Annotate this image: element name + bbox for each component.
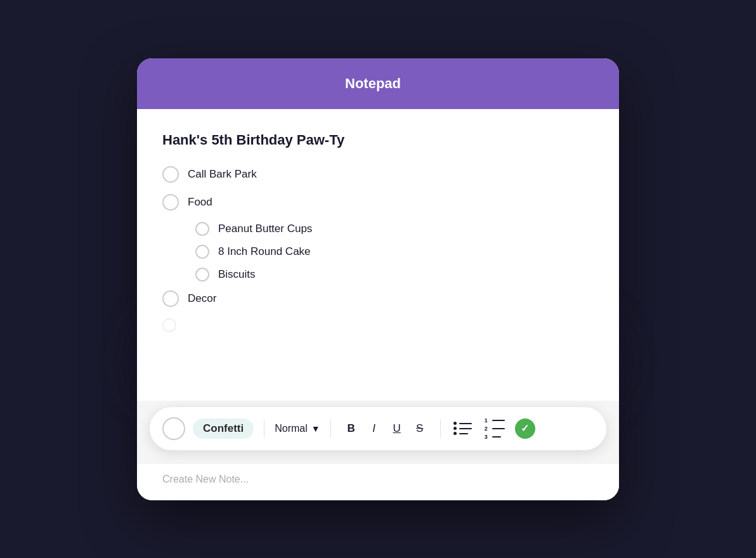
note-content: Hank's 5th Birthday Paw-Ty Call Bark Par… <box>137 109 619 401</box>
new-note-input[interactable]: Create New Note... <box>162 474 594 485</box>
current-item-text[interactable]: Confetti <box>193 418 254 439</box>
checkbox-food[interactable] <box>162 194 179 211</box>
num-label: 2 <box>485 425 490 432</box>
list-item: Decor <box>162 290 594 307</box>
app-title: Notepad <box>152 75 594 92</box>
bullet-dot <box>453 427 457 430</box>
item-label: Food <box>188 196 212 209</box>
toolbar-divider-3 <box>440 420 441 438</box>
list-line <box>492 436 501 438</box>
confirm-button[interactable]: ✓ <box>515 418 535 439</box>
checkbox-round-cake[interactable] <box>195 245 209 259</box>
list-line <box>459 433 468 434</box>
ordered-list-button[interactable]: 1 2 3 <box>482 415 507 443</box>
note-title: Hank's 5th Birthday Paw-Ty <box>162 132 594 148</box>
bullet-list-button[interactable] <box>451 419 474 438</box>
chevron-down-icon: ▼ <box>311 424 320 434</box>
style-dropdown[interactable]: Normal ▼ <box>275 423 320 434</box>
toolbar-wrapper: Confetti Normal ▼ B I U S <box>137 401 619 463</box>
checkbox-decor[interactable] <box>162 290 179 307</box>
item-label: Decor <box>188 292 216 305</box>
formatting-toolbar: Confetti Normal ▼ B I U S <box>150 407 606 450</box>
item-label: 8 Inch Round Cake <box>218 245 311 258</box>
list-line <box>492 428 505 429</box>
toolbar-divider-1 <box>264 420 264 438</box>
checkbox-call-bark-park[interactable] <box>162 166 179 183</box>
item-label: Biscuits <box>218 268 256 281</box>
text-format-group: B I U S <box>341 418 430 439</box>
list-item: Biscuits <box>195 268 594 282</box>
bullet-dot <box>453 432 457 435</box>
checklist: Call Bark Park Food Peanut Butter Cups 8… <box>162 166 594 332</box>
list-line <box>492 420 505 421</box>
list-item: Peanut Butter Cups <box>195 222 594 236</box>
item-label: Peanut Butter Cups <box>218 223 312 235</box>
italic-button[interactable]: I <box>364 418 384 439</box>
list-line <box>459 423 472 424</box>
list-line <box>459 428 472 429</box>
item-label: Call Bark Park <box>188 168 257 181</box>
checkbox-peanut-butter-cups[interactable] <box>195 222 209 236</box>
app-window: Notepad Hank's 5th <box>137 58 619 500</box>
underline-button[interactable]: U <box>387 418 407 439</box>
checkmark-icon: ✓ <box>521 422 529 434</box>
checkbox-biscuits[interactable] <box>195 268 209 282</box>
strikethrough-button[interactable]: S <box>410 418 430 439</box>
style-label: Normal <box>275 423 308 434</box>
toolbar-divider-2 <box>330 420 331 438</box>
checkbox-partial[interactable] <box>162 318 176 332</box>
scene: Notepad Hank's 5th <box>131 32 625 526</box>
list-item: 8 Inch Round Cake <box>195 245 594 259</box>
bold-button[interactable]: B <box>341 418 362 439</box>
list-item-partial <box>162 318 594 332</box>
app-footer: Create New Note... <box>137 463 619 500</box>
bullet-dot <box>453 422 457 425</box>
toolbar-item-checkbox[interactable] <box>162 417 185 440</box>
list-item: Call Bark Park <box>162 166 594 183</box>
list-item: Food <box>162 194 594 211</box>
num-label: 1 <box>485 417 490 424</box>
app-header: Notepad <box>137 58 619 109</box>
num-label: 3 <box>485 434 490 440</box>
